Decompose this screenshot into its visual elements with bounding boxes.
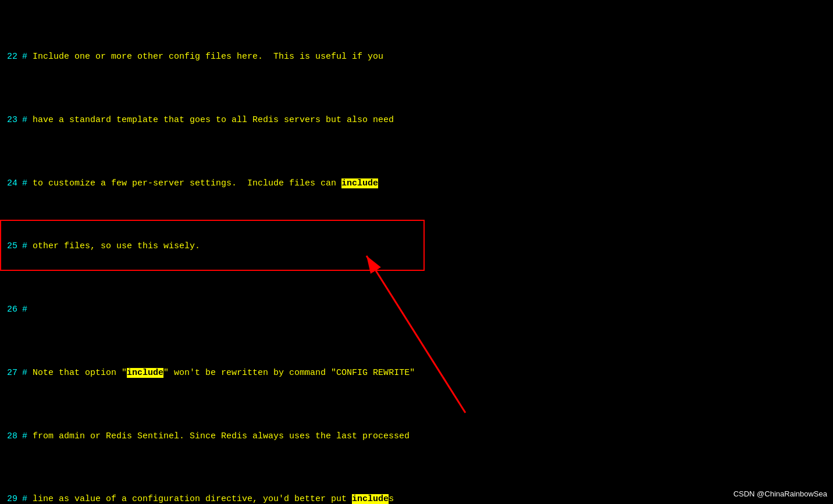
code-line-29: 29 # line as value of a configuration di…: [0, 493, 833, 504]
code-line-28: 28 # from admin or Redis Sentinel. Since…: [0, 430, 833, 443]
code-line-27: 27 # Note that option "include" won't be…: [0, 367, 833, 380]
code-editor: 22 # Include one or more other config fi…: [0, 0, 833, 504]
code-line-26: 26 #: [0, 303, 833, 316]
watermark: CSDN @ChinaRainbowSea: [734, 489, 827, 498]
code-line-24: 24 # to customize a few per-server setti…: [0, 177, 833, 190]
highlight-include-24: include: [341, 178, 378, 188]
highlight-include-29: include: [352, 494, 389, 504]
code-line-22: 22 # Include one or more other config fi…: [0, 51, 833, 63]
code-line-25: 25 # other files, so use this wisely.: [0, 240, 833, 253]
highlight-include-27: include: [127, 368, 163, 378]
code-line-23: 23 # have a standard template that goes …: [0, 114, 833, 127]
